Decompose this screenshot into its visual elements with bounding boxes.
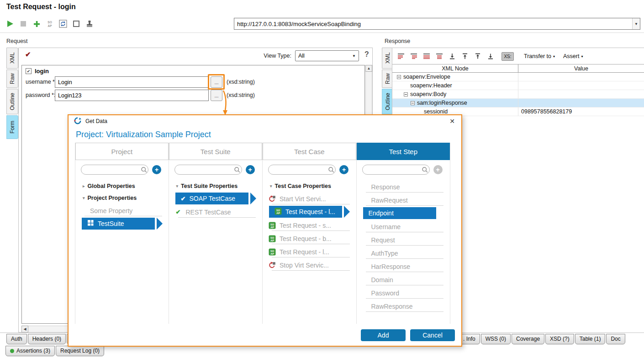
table-row[interactable]: soapenv:Envelope xyxy=(392,73,644,81)
list-item-endpoint[interactable]: Endpoint xyxy=(357,207,450,220)
view-type-select[interactable]: All ▼ xyxy=(295,50,359,61)
soap-icon[interactable]: SOAP xyxy=(45,19,54,28)
column-header-project[interactable]: Project xyxy=(75,143,169,160)
item-label[interactable]: ✔REST TestCase xyxy=(169,209,231,216)
arrow-up-bar-icon[interactable] xyxy=(473,52,482,61)
item-label[interactable]: SOAPTest Request - s... xyxy=(263,222,331,229)
selected-item-bar[interactable]: ✔SOAP TestCase xyxy=(175,193,248,204)
list-item-rawrequest[interactable]: RawRequest xyxy=(357,193,450,207)
transfer-to-button[interactable]: Transfer to▾ xyxy=(524,53,555,59)
tab-xsd[interactable]: XSD (?) xyxy=(545,334,574,344)
table-header-value[interactable]: Value xyxy=(518,64,644,72)
add-property-button[interactable]: + xyxy=(339,165,348,174)
tree-section-project-properties[interactable]: ▾Project Properties xyxy=(75,192,169,204)
table-row[interactable]: sam:loginResponse xyxy=(392,99,644,107)
item-label[interactable]: Response xyxy=(357,183,400,191)
scroll-up-button[interactable]: ▲ xyxy=(365,65,372,72)
help-button[interactable]: ? xyxy=(364,50,369,59)
login-group-checkbox[interactable]: ✔ xyxy=(26,68,32,74)
list-item-domain[interactable]: Domain xyxy=(357,273,450,286)
search-input[interactable] xyxy=(363,166,421,173)
list-item-test-request-b[interactable]: SOAPTest Request - b... xyxy=(263,232,356,245)
list-item-harresponse[interactable]: HarResponse xyxy=(357,260,450,273)
xs-button[interactable]: XS: xyxy=(501,52,514,61)
tab-wss-0[interactable]: WSS (0) xyxy=(481,334,511,344)
recreate-request-icon[interactable] xyxy=(58,19,68,28)
bar-arrow-up-icon[interactable] xyxy=(460,52,470,61)
list-item-start-virt-servi[interactable]: Start Virt Servi... xyxy=(263,192,356,205)
create-empty-icon[interactable] xyxy=(72,19,81,28)
list-item-test-request-l[interactable]: SOAPTest Request - l... xyxy=(263,245,356,258)
item-label[interactable]: Some Property xyxy=(75,207,132,214)
stop-icon[interactable] xyxy=(19,19,28,28)
list-item-password[interactable]: Password xyxy=(357,286,450,300)
item-label[interactable]: Password xyxy=(357,289,399,297)
endpoint-combobox[interactable]: ▼ xyxy=(234,18,640,30)
scroll-left-button[interactable]: ◀ xyxy=(21,326,28,332)
dialog-close-button[interactable]: ✕ xyxy=(448,118,457,125)
cancel-button[interactable]: Cancel xyxy=(410,329,455,341)
add-property-button[interactable]: + xyxy=(246,165,255,174)
tree-expander-icon[interactable] xyxy=(397,75,401,79)
list-item-testsuite[interactable]: TestSuite xyxy=(75,217,169,230)
search-input[interactable] xyxy=(269,166,327,173)
tab-assertions-3[interactable]: Assertions (3) xyxy=(5,346,55,356)
request-tab-outline[interactable]: Outline xyxy=(6,89,18,114)
username-expand-button[interactable]: ... xyxy=(211,76,222,88)
format-lines-2-icon[interactable] xyxy=(409,52,418,61)
password-input[interactable] xyxy=(55,90,209,101)
selected-item-bar[interactable]: TestSuite xyxy=(82,218,155,230)
endpoint-dropdown-button[interactable]: ▼ xyxy=(632,18,640,29)
add-button[interactable]: Add xyxy=(361,329,406,341)
item-label[interactable]: RawRequest xyxy=(357,197,408,204)
tree-expander-icon[interactable] xyxy=(404,92,408,96)
table-row[interactable]: soapenv:Header xyxy=(392,81,644,90)
list-item-stop-virt-servic[interactable]: Stop Virt Servic... xyxy=(263,258,356,272)
item-label[interactable]: Stop Virt Servic... xyxy=(263,261,329,269)
list-item-request[interactable]: Request xyxy=(357,233,450,246)
add-property-button[interactable]: + xyxy=(433,165,443,174)
run-icon[interactable] xyxy=(5,19,15,28)
format-lines-4-icon[interactable] xyxy=(435,52,444,61)
tab-auth[interactable]: Auth xyxy=(6,334,27,344)
arrow-down-bar-icon[interactable] xyxy=(486,52,495,61)
assert-button[interactable]: Assert▾ xyxy=(563,53,583,59)
selected-item-bar[interactable]: SOAPTest Request - l... xyxy=(269,206,342,218)
search-input[interactable] xyxy=(175,166,233,173)
item-label[interactable]: AuthType xyxy=(357,250,398,257)
item-label[interactable]: SOAPTest Request - b... xyxy=(263,235,332,242)
column-header-test-case[interactable]: Test Case xyxy=(263,143,356,160)
request-tab-xml[interactable]: XML xyxy=(6,48,18,69)
tree-section-test-case-properties[interactable]: ▾Test Case Properties xyxy=(263,180,356,192)
column-header-test-suite[interactable]: Test Suite xyxy=(169,143,263,160)
clone-request-icon[interactable] xyxy=(85,19,94,28)
item-label[interactable]: RawResponse xyxy=(357,303,413,310)
format-lines-1-icon[interactable] xyxy=(396,52,406,61)
tab-request-log-0[interactable]: Request Log (0) xyxy=(56,346,104,356)
table-header-xml-node[interactable]: XML Node xyxy=(392,64,518,72)
list-item-test-request-s[interactable]: SOAPTest Request - s... xyxy=(263,219,356,232)
tree-section-test-suite-properties[interactable]: ▾Test Suite Properties xyxy=(169,180,263,192)
request-tab-form[interactable]: Form xyxy=(6,115,18,139)
list-item-response[interactable]: Response xyxy=(357,180,450,193)
selected-item-bar[interactable]: Endpoint xyxy=(363,207,436,219)
tab-doc[interactable]: Doc xyxy=(606,334,625,344)
add-step-icon[interactable] xyxy=(32,19,41,28)
list-item-rawresponse[interactable]: RawResponse xyxy=(357,300,450,313)
item-label[interactable]: Start Virt Servi... xyxy=(263,195,326,203)
password-expand-button[interactable]: ... xyxy=(211,90,222,101)
item-label[interactable]: HarResponse xyxy=(357,263,411,270)
request-tab-raw[interactable]: Raw xyxy=(6,70,18,88)
list-item-username[interactable]: Username xyxy=(357,220,450,233)
list-item-test-request-l[interactable]: SOAPTest Request - l... xyxy=(263,205,356,219)
tree-section-global-properties[interactable]: ▸Global Properties xyxy=(75,180,169,192)
list-item-rest-testcase[interactable]: ✔REST TestCase xyxy=(169,205,263,219)
tab-table-1[interactable]: Table (1) xyxy=(575,334,606,344)
tab-headers-0[interactable]: Headers (0) xyxy=(28,334,66,344)
search-input[interactable] xyxy=(81,166,140,173)
bar-arrow-down-icon[interactable] xyxy=(448,52,457,61)
add-property-button[interactable]: + xyxy=(152,165,161,174)
list-item-soap-testcase[interactable]: ✔SOAP TestCase xyxy=(169,192,263,205)
endpoint-url-input[interactable] xyxy=(234,19,632,29)
column-header-test-step[interactable]: Test Step xyxy=(357,143,450,160)
